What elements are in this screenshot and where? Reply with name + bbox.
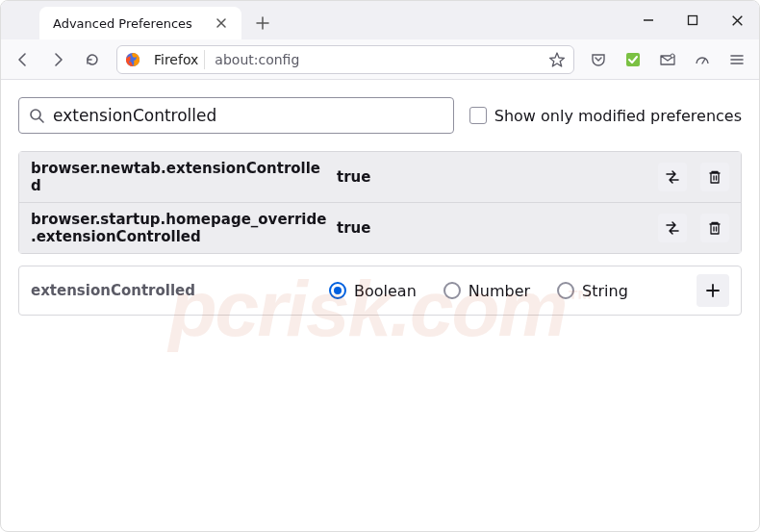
add-pref-button[interactable] xyxy=(697,274,729,307)
radio-circle-icon xyxy=(329,282,346,299)
pref-row[interactable]: browser.newtab.extensionControlled true xyxy=(19,152,741,203)
dashboard-icon[interactable] xyxy=(686,45,719,74)
pref-name: browser.newtab.extensionControlled xyxy=(31,160,329,194)
mail-icon[interactable] xyxy=(651,45,684,74)
toggle-button[interactable] xyxy=(658,214,687,242)
tab-close-button[interactable] xyxy=(213,14,230,32)
titlebar: Advanced Preferences xyxy=(1,1,759,39)
reload-button[interactable] xyxy=(76,45,109,74)
radio-label: Number xyxy=(469,282,530,300)
new-pref-name: extensionControlled xyxy=(31,282,329,299)
window-minimize-button[interactable] xyxy=(626,1,671,39)
delete-button[interactable] xyxy=(700,214,729,242)
url-text: about:config xyxy=(215,52,541,67)
window-maximize-button[interactable] xyxy=(671,1,715,39)
pref-value: true xyxy=(337,219,650,237)
tab-active[interactable]: Advanced Preferences xyxy=(39,7,241,39)
window-close-button[interactable] xyxy=(715,1,759,39)
forward-button[interactable] xyxy=(41,45,74,74)
radio-label: Boolean xyxy=(354,282,417,300)
svg-point-3 xyxy=(671,54,674,58)
radio-boolean[interactable]: Boolean xyxy=(329,282,417,300)
tab-title: Advanced Preferences xyxy=(53,16,192,31)
radio-string[interactable]: String xyxy=(557,282,628,300)
app-menu-button[interactable] xyxy=(721,45,753,74)
pref-name: browser.startup.homepage_override.extens… xyxy=(31,211,329,245)
url-bar[interactable]: Firefox about:config xyxy=(116,45,574,74)
svg-rect-0 xyxy=(689,16,697,25)
search-value: extensionControlled xyxy=(53,106,216,125)
content: extensionControlled Show only modified p… xyxy=(1,80,759,333)
radio-circle-icon xyxy=(443,282,461,299)
new-pref-row: extensionControlled Boolean Number Strin… xyxy=(18,266,742,316)
extension-icon[interactable] xyxy=(617,45,649,74)
checkbox-label: Show only modified preferences xyxy=(494,107,742,125)
search-icon xyxy=(29,108,45,124)
show-modified-checkbox[interactable]: Show only modified preferences xyxy=(469,107,742,125)
toolbar: Firefox about:config xyxy=(1,39,759,80)
checkbox-box xyxy=(469,107,487,124)
pocket-icon[interactable] xyxy=(582,45,615,74)
delete-button[interactable] xyxy=(700,163,729,191)
radio-number[interactable]: Number xyxy=(443,282,530,300)
pref-search-box[interactable]: extensionControlled xyxy=(18,97,454,134)
bookmark-star-icon[interactable] xyxy=(548,51,566,68)
type-radio-group: Boolean Number String xyxy=(329,282,697,300)
firefox-icon xyxy=(125,52,140,67)
pref-table: browser.newtab.extensionControlled true … xyxy=(18,151,742,254)
url-identity: Firefox xyxy=(148,50,205,69)
new-tab-button[interactable] xyxy=(247,7,278,39)
radio-circle-icon xyxy=(557,282,574,299)
back-button[interactable] xyxy=(7,45,39,74)
radio-label: String xyxy=(582,282,628,300)
pref-value: true xyxy=(337,168,650,186)
toggle-button[interactable] xyxy=(658,163,687,191)
pref-row[interactable]: browser.startup.homepage_override.extens… xyxy=(19,203,741,253)
